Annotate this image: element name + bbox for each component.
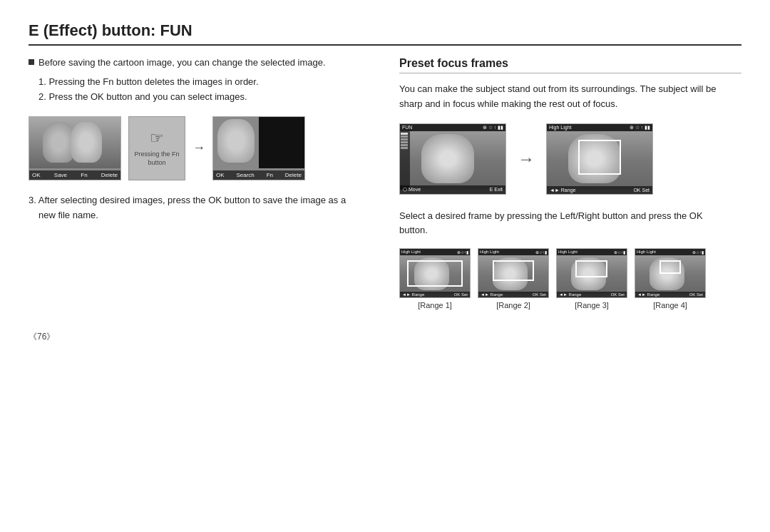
step2: 2. Press the OK button and you can selec… bbox=[38, 90, 371, 105]
range-focus-frame-4 bbox=[659, 260, 680, 274]
focus-frame-overlay bbox=[578, 140, 620, 175]
range-photo-2 bbox=[478, 255, 548, 294]
press-fn-illustration: ☞ Pressing the Fn button bbox=[128, 116, 185, 180]
image-demo-row: OK Save Fn Delete ☞ Pressing the Fn butt… bbox=[29, 116, 371, 180]
range-bottom-bar-1: ◄► Range OK Set bbox=[400, 292, 470, 297]
select-description: Select a desired frame by pressing the L… bbox=[399, 209, 741, 239]
left-column: Before saving the cartoon image, you can… bbox=[29, 57, 371, 310]
range-top-bar-4: High Light ⊕☆↑▮ bbox=[635, 249, 705, 255]
range-cam-1: High Light ⊕☆↑▮ ◄► Range OK Set bbox=[399, 248, 471, 298]
preset-top-bar-before: FUN ⊕ ☆ ↑ ▮▮ bbox=[400, 124, 505, 131]
preset-bottom-bar-after: ◄► Range OK Set bbox=[547, 186, 652, 194]
preset-cam-before: FUN ⊕ ☆ ↑ ▮▮ ⬡ Move E E bbox=[399, 123, 506, 195]
range-cam-2: High Light ⊕☆↑▮ ◄► Range OK Set bbox=[478, 248, 549, 298]
range-focus-frame-3 bbox=[575, 260, 607, 277]
section-title: Preset focus frames bbox=[399, 57, 741, 73]
demo-image-after: OK Search Fn Delete bbox=[212, 116, 305, 180]
range-bottom-bar-4: ◄► Range OK Set bbox=[635, 292, 705, 297]
range-label-1: [Range 1] bbox=[418, 301, 452, 310]
arrow-right-icon: → bbox=[192, 140, 205, 155]
range-top-bar-2: High Light ⊕☆↑▮ bbox=[478, 249, 548, 255]
range-photo-4 bbox=[635, 255, 705, 294]
bullet-text: Before saving the cartoon image, you can… bbox=[38, 57, 326, 68]
preset-top-bar-after: High Light ⊕ ☆ ↑ ▮▮ bbox=[547, 124, 652, 131]
range-options-row: High Light ⊕☆↑▮ ◄► Range OK Set [Range 1… bbox=[399, 248, 741, 310]
range-photo-1 bbox=[400, 255, 470, 294]
preset-cam-after: High Light ⊕ ☆ ↑ ▮▮ ◄► Range OK Set bbox=[546, 123, 653, 195]
steps-list: 1. Pressing the Fn button deletes the im… bbox=[38, 75, 371, 105]
img2-fn-label: Fn bbox=[267, 172, 273, 178]
range-top-bar-3: High Light ⊕☆↑▮ bbox=[557, 249, 627, 255]
range-item-4: High Light ⊕☆↑▮ ◄► Range OK Set [Range 4… bbox=[635, 248, 706, 310]
range-item-2: High Light ⊕☆↑▮ ◄► Range OK Set [Range 2… bbox=[478, 248, 549, 310]
img1-save-label: Save bbox=[54, 172, 67, 178]
step3-text-a: 3. After selecting desired images, press… bbox=[29, 195, 346, 205]
preset-bottom-bar-before: ⬡ Move E Exit bbox=[400, 185, 505, 194]
right-column: Preset focus frames You can make the sub… bbox=[399, 57, 741, 310]
range-top-bar-1: High Light ⊕☆↑▮ bbox=[400, 249, 470, 255]
menu-sidebar bbox=[400, 131, 410, 190]
range-bottom-bar-2: ◄► Range OK Set bbox=[478, 292, 548, 297]
page-number: 《76》 bbox=[29, 331, 741, 343]
press-label: Pressing the Fn button bbox=[134, 150, 179, 167]
range-label-4: [Range 4] bbox=[653, 301, 687, 310]
demo-image-before: OK Save Fn Delete bbox=[29, 116, 121, 180]
bullet-intro: Before saving the cartoon image, you can… bbox=[29, 57, 371, 68]
range-focus-frame-2 bbox=[493, 260, 535, 282]
preset-description: You can make the subject stand out from … bbox=[399, 82, 741, 112]
step3-text-b: new file name. bbox=[38, 208, 371, 223]
preset-demo-row: FUN ⊕ ☆ ↑ ▮▮ ⬡ Move E E bbox=[399, 123, 741, 195]
step3: 3. After selecting desired images, press… bbox=[29, 195, 371, 223]
step1: 1. Pressing the Fn button deletes the im… bbox=[38, 75, 371, 90]
range-photo-3 bbox=[557, 255, 627, 294]
range-item-1: High Light ⊕☆↑▮ ◄► Range OK Set [Range 1… bbox=[399, 248, 471, 310]
img1-ok-label: OK bbox=[32, 172, 41, 178]
bullet-icon bbox=[29, 59, 34, 65]
page-title: E (Effect) button: FUN bbox=[29, 21, 741, 46]
img2-ok-label: OK bbox=[216, 172, 225, 178]
range-label-2: [Range 2] bbox=[496, 301, 530, 310]
img2-search-label: Search bbox=[236, 172, 254, 178]
finger-press-icon: ☞ bbox=[150, 129, 164, 148]
img2-delete-label: Delete bbox=[285, 172, 302, 178]
range-cam-4: High Light ⊕☆↑▮ ◄► Range OK Set bbox=[635, 248, 706, 298]
preset-cam-photo-after bbox=[547, 131, 652, 190]
range-cam-3: High Light ⊕☆↑▮ ◄► Range OK Set bbox=[556, 248, 627, 298]
img1-delete-label: Delete bbox=[101, 172, 118, 178]
range-focus-frame-1 bbox=[407, 260, 463, 287]
range-item-3: High Light ⊕☆↑▮ ◄► Range OK Set [Range 3… bbox=[556, 248, 627, 310]
range-label-3: [Range 3] bbox=[575, 301, 609, 310]
img1-fn-label: Fn bbox=[81, 172, 87, 178]
big-arrow-icon: → bbox=[518, 149, 535, 169]
preset-cam-photo-before bbox=[400, 131, 505, 190]
range-bottom-bar-3: ◄► Range OK Set bbox=[557, 292, 627, 297]
